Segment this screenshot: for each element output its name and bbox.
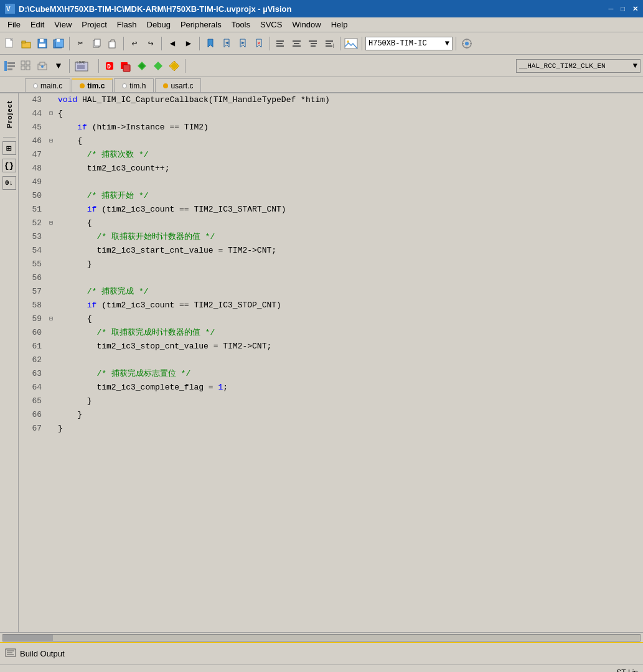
menu-help[interactable]: Help <box>326 19 353 30</box>
code-line-44: 44 ⊟ { <box>19 107 643 121</box>
redo-button[interactable]: ↪ <box>143 36 158 51</box>
fold-51 <box>47 203 55 217</box>
build-output-label: Build Output <box>20 649 65 658</box>
save-button[interactable] <box>35 36 50 51</box>
fold-56 <box>47 271 55 285</box>
menu-window[interactable]: Window <box>287 19 326 30</box>
code-editor[interactable]: 43 void HAL_TIM_IC_CaptureCallback(TIM_H… <box>19 93 643 632</box>
rcc-dropdown[interactable]: __HAL_RCC_TIM2_CLK_EN ▼ <box>516 59 641 73</box>
more-button[interactable]: ▼ <box>51 58 66 73</box>
fold-61 <box>47 340 55 353</box>
zero-button[interactable]: 0↓ <box>2 176 16 190</box>
svg-text:D: D <box>107 63 111 70</box>
line-text-44: { <box>55 107 63 121</box>
fold-59[interactable]: ⊟ <box>47 312 55 326</box>
svg-rect-25 <box>293 40 301 42</box>
menu-tools[interactable]: Tools <box>227 19 255 30</box>
line-num-47: 47 <box>19 148 47 162</box>
bookmark-button[interactable] <box>203 36 218 51</box>
grid-view-button[interactable] <box>19 58 34 73</box>
save-all-button[interactable] <box>51 36 66 51</box>
tab-usart-c[interactable]: usart.c <box>155 78 201 92</box>
tab-tim-c[interactable]: tim.c <box>72 78 113 92</box>
tab-main-c[interactable]: main.c <box>25 78 70 92</box>
forward-button[interactable]: ▶ <box>181 36 196 51</box>
open-file-button[interactable] <box>19 36 34 51</box>
project-button[interactable]: Project <box>3 96 16 133</box>
code-line-49: 49 <box>19 175 643 189</box>
minimize-button[interactable]: ─ <box>609 5 614 13</box>
title-icon: V <box>5 4 15 14</box>
menu-debug[interactable]: Debug <box>142 19 176 30</box>
register-button[interactable]: ⊞ <box>2 141 16 155</box>
menu-file[interactable]: File <box>2 19 26 30</box>
svg-rect-52 <box>40 62 45 65</box>
next-bookmark-button[interactable]: ▶ <box>235 36 250 51</box>
fold-44[interactable]: ⊟ <box>47 107 55 121</box>
target-dropdown[interactable]: H750XB-TIM-IC ▼ <box>365 37 453 50</box>
scrollbar-thumb[interactable] <box>3 635 53 641</box>
close-button[interactable]: ✕ <box>632 5 638 13</box>
debug-target-button[interactable]: D <box>102 58 117 73</box>
fold-62 <box>47 353 55 367</box>
menu-flash[interactable]: Flash <box>112 19 142 30</box>
new-file-button[interactable] <box>2 36 17 51</box>
line-num-65: 65 <box>19 394 47 408</box>
line-text-56 <box>55 271 58 285</box>
back-button[interactable]: ◀ <box>165 36 180 51</box>
cut-button[interactable]: ✂ <box>73 36 88 51</box>
settings-button[interactable] <box>459 36 474 51</box>
svg-rect-30 <box>311 45 316 47</box>
code-line-65: 65 } <box>19 394 643 408</box>
line-text-62 <box>55 353 58 367</box>
code-line-61: 61 tim2_ic3_stop_cnt_value = TIM2->CNT; <box>19 340 643 353</box>
erase-button[interactable] <box>151 58 166 73</box>
image-button[interactable] <box>344 36 359 51</box>
outdent-button[interactable]: | <box>322 36 337 51</box>
code-line-54: 54 tim2_ic3_start_cnt_value = TIM2->CNT; <box>19 244 643 258</box>
svg-rect-43 <box>4 61 7 71</box>
brace-button[interactable]: {} <box>2 159 16 172</box>
maximize-button[interactable]: □ <box>621 5 625 13</box>
component-button[interactable] <box>35 58 50 73</box>
svg-rect-46 <box>7 68 12 70</box>
svg-rect-44 <box>7 62 15 64</box>
clear-bookmark-button[interactable]: ✕ <box>251 36 266 51</box>
copy-target-button[interactable] <box>118 58 133 73</box>
fold-43 <box>47 93 55 107</box>
line-num-64: 64 <box>19 381 47 394</box>
menu-svcs[interactable]: SVCS <box>255 19 287 30</box>
fold-46[interactable]: ⊟ <box>47 134 55 148</box>
align-center-button[interactable] <box>289 36 304 51</box>
menu-bar: File Edit View Project Flash Debug Perip… <box>0 17 643 32</box>
menu-edit[interactable]: Edit <box>26 19 49 30</box>
align-left-button[interactable] <box>273 36 288 51</box>
download-button[interactable] <box>134 58 149 73</box>
menu-view[interactable]: View <box>49 19 77 30</box>
svg-rect-29 <box>311 43 317 44</box>
indent-button[interactable] <box>306 36 321 51</box>
code-line-55: 55 } <box>19 258 643 271</box>
status-bar: ST-Lin <box>0 665 643 672</box>
paste-button[interactable] <box>105 36 120 51</box>
line-text-63: /* 捕获完成标志置位 */ <box>55 367 190 381</box>
tab-tim-h[interactable]: tim.h <box>114 78 154 92</box>
horizontal-scrollbar[interactable] <box>0 632 643 642</box>
copy-button[interactable] <box>89 36 104 51</box>
svg-rect-49 <box>21 66 25 70</box>
line-text-60: /* 取捕获完成时计数器的值 */ <box>55 326 215 340</box>
undo-button[interactable]: ↩ <box>127 36 142 51</box>
build-output-bar[interactable]: Build Output <box>0 642 643 665</box>
status-right: ST-Lin <box>616 668 638 673</box>
line-text-67: } <box>55 422 63 436</box>
run-button[interactable] <box>167 58 182 73</box>
load-button[interactable]: LOAD <box>73 58 95 73</box>
menu-peripherals[interactable]: Peripherals <box>176 19 227 30</box>
prev-bookmark-button[interactable]: ◀ <box>219 36 234 51</box>
scrollbar-track[interactable] <box>2 634 641 642</box>
svg-rect-26 <box>294 43 299 44</box>
fold-65 <box>47 394 55 408</box>
menu-project[interactable]: Project <box>77 19 111 30</box>
fold-52[interactable]: ⊟ <box>47 217 55 230</box>
project-view-button[interactable] <box>2 58 17 73</box>
